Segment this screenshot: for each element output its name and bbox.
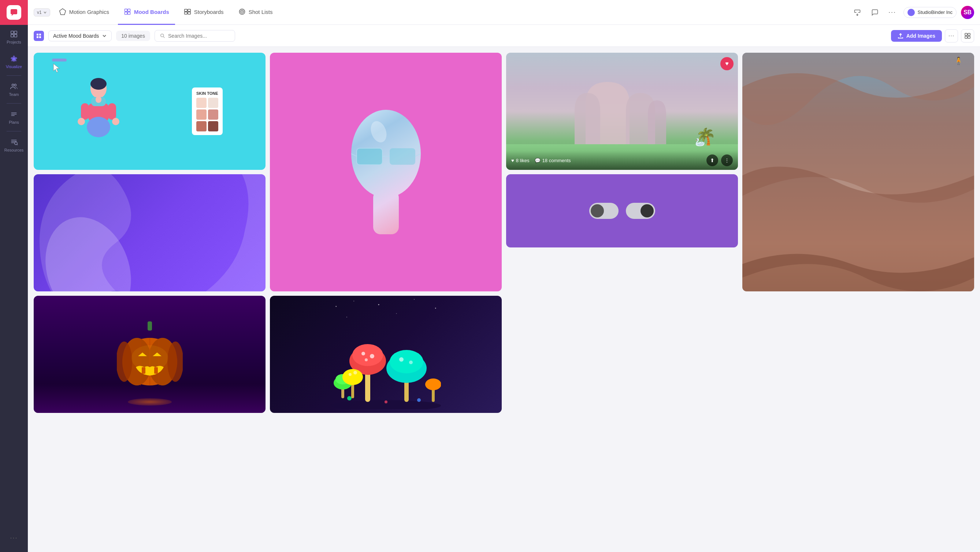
svg-rect-66: [142, 367, 145, 374]
grid-item-arch-scene[interactable]: 🌴 🦢 ♥ ♥ 8 likes 💬: [506, 53, 738, 170]
grid-area: SKIN TONE: [28, 47, 980, 552]
board-selector-chevron-icon: [102, 33, 107, 38]
avatar[interactable]: SB: [961, 6, 974, 19]
svg-line-31: [163, 36, 165, 38]
swatch-5: [196, 121, 207, 132]
user-logo: [907, 9, 915, 16]
heart-icon-stat: ♥: [511, 158, 514, 163]
grid-item-mushroom[interactable]: [270, 296, 502, 413]
sidebar-item-resources[interactable]: Resources: [0, 133, 28, 157]
plans-icon: [10, 110, 18, 118]
heart-badge: ♥: [720, 57, 733, 70]
svg-point-60: [117, 341, 132, 382]
more-dots-icon: ···: [888, 8, 896, 16]
sidebar-more-btn[interactable]: ···: [8, 529, 19, 547]
app-logo-icon[interactable]: [6, 5, 21, 20]
add-images-label: Add Images: [907, 33, 935, 39]
sidebar-item-plans[interactable]: Plans: [0, 105, 28, 130]
sidebar-item-team[interactable]: Team: [0, 77, 28, 102]
stars-bg: [270, 296, 502, 413]
grid-item-pumpkin[interactable]: [34, 296, 266, 413]
likes-stat: ♥ 8 likes: [511, 158, 530, 163]
share-icon-btn[interactable]: [851, 6, 864, 19]
more-options-btn[interactable]: ···: [886, 6, 899, 19]
version-label: v1: [37, 10, 42, 15]
board-selector[interactable]: Active Mood Boards: [48, 30, 112, 41]
toggle-image: [506, 174, 738, 247]
app-logo-area: [0, 0, 28, 25]
toolbar-layout-btn[interactable]: [961, 29, 974, 43]
svg-rect-16: [124, 12, 127, 15]
comment-icon-stat: 💬: [535, 158, 541, 163]
version-badge[interactable]: v1: [34, 8, 50, 16]
toolbar-more-icon: ···: [948, 33, 955, 39]
swatch-panel: SKIN TONE: [192, 87, 223, 135]
tab-label-mood-boards: Mood Boards: [134, 9, 169, 15]
grid-item-skin-tone[interactable]: SKIN TONE: [34, 53, 266, 170]
upload-icon: [897, 33, 904, 39]
toolbar-right: Add Images ···: [891, 29, 974, 43]
grid-item-chrome-head[interactable]: [270, 53, 502, 291]
sidebar-item-projects[interactable]: Projects: [0, 25, 28, 49]
toggle-switch-2[interactable]: [626, 203, 655, 219]
comment-icon-btn[interactable]: [868, 6, 881, 19]
svg-rect-33: [968, 33, 970, 35]
team-icon: [10, 82, 18, 90]
board-icon-symbol: [36, 33, 42, 39]
svg-marker-13: [59, 9, 65, 15]
grid-item-terrain[interactable]: 🧍: [742, 53, 974, 291]
icon-sidebar: Projects Visualize Team Plans: [0, 0, 28, 552]
tab-mood-boards[interactable]: Mood Boards: [118, 0, 175, 25]
svg-rect-19: [188, 9, 191, 11]
chrome-head-image: [270, 53, 502, 291]
sidebar-label-visualize: Visualize: [6, 64, 22, 69]
toggle-knob-2: [641, 204, 654, 217]
sidebar-divider-3: [6, 131, 21, 132]
svg-rect-56: [148, 321, 152, 330]
svg-rect-40: [81, 103, 89, 120]
image-grid: SKIN TONE: [34, 53, 974, 413]
top-nav: v1 Motion Graphics Mood Boards: [28, 0, 980, 25]
svg-rect-41: [108, 103, 116, 120]
tab-label-storyboards: Storyboards: [194, 9, 224, 15]
svg-rect-34: [965, 36, 967, 38]
svg-rect-21: [188, 12, 191, 14]
arch-scene-actions: ⬆ ⋮: [706, 154, 733, 166]
avatar-initials: SB: [964, 9, 972, 16]
standing-figure: 🧍: [954, 56, 963, 65]
svg-point-44: [112, 118, 119, 125]
arch-more-btn[interactable]: ⋮: [721, 154, 733, 166]
add-images-button[interactable]: Add Images: [891, 30, 942, 42]
likes-count: 8 likes: [516, 158, 530, 163]
arch-share-btn[interactable]: ⬆: [706, 154, 718, 166]
tab-shot-lists[interactable]: Shot Lists: [232, 0, 279, 25]
sidebar-divider-1: [6, 75, 21, 76]
user-name: StudioBinder Inc: [918, 10, 953, 15]
svg-line-12: [17, 144, 18, 145]
swatch-grid: [196, 98, 218, 132]
svg-rect-35: [968, 36, 970, 38]
svg-rect-47: [373, 190, 399, 234]
svg-point-43: [78, 118, 85, 125]
sidebar-label-plans: Plans: [9, 120, 19, 124]
search-box: [154, 30, 235, 42]
svg-point-42: [87, 117, 110, 137]
search-input[interactable]: [168, 33, 230, 39]
swatch-2: [208, 98, 218, 108]
svg-point-69: [353, 301, 354, 301]
board-selector-label: Active Mood Boards: [53, 33, 99, 39]
tab-storyboards[interactable]: Storyboards: [178, 0, 230, 25]
comment-icon: [871, 9, 878, 16]
sidebar-item-visualize[interactable]: Visualize: [0, 49, 28, 74]
tab-label-motion-graphics: Motion Graphics: [69, 9, 109, 15]
toggle-switch-1[interactable]: [589, 203, 619, 219]
top-nav-right: ··· StudioBinder Inc SB: [851, 6, 974, 19]
user-badge[interactable]: StudioBinder Inc: [904, 7, 956, 18]
swan: 🦢: [695, 138, 705, 147]
toolbar-more-btn[interactable]: ···: [945, 29, 958, 43]
share-icon: [854, 9, 861, 16]
grid-item-blob[interactable]: [34, 174, 266, 291]
search-icon: [160, 33, 165, 39]
grid-item-toggles[interactable]: [506, 174, 738, 247]
tab-motion-graphics[interactable]: Motion Graphics: [53, 0, 115, 25]
